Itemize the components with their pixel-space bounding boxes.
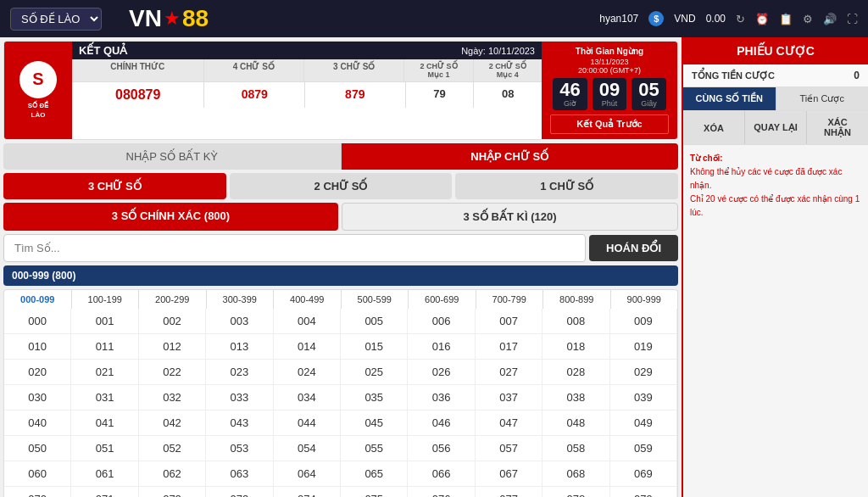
- number-cell[interactable]: 014: [274, 334, 341, 359]
- number-cell[interactable]: 076: [408, 487, 475, 497]
- quay-lai-button[interactable]: QUAY LẠI: [745, 111, 807, 144]
- number-cell[interactable]: 068: [542, 461, 609, 486]
- number-cell[interactable]: 060: [4, 461, 71, 486]
- number-cell[interactable]: 078: [542, 487, 609, 497]
- number-cell[interactable]: 026: [408, 360, 475, 384]
- search-input[interactable]: [3, 234, 586, 262]
- number-cell[interactable]: 056: [408, 436, 475, 461]
- number-cell[interactable]: 030: [4, 385, 71, 410]
- number-cell[interactable]: 035: [341, 385, 408, 410]
- sub-range-400[interactable]: 400-499: [274, 290, 342, 309]
- number-cell[interactable]: 025: [341, 360, 408, 384]
- number-cell[interactable]: 074: [274, 487, 341, 497]
- number-cell[interactable]: 020: [4, 360, 71, 384]
- number-cell[interactable]: 019: [610, 334, 677, 359]
- number-cell[interactable]: 071: [71, 487, 138, 497]
- number-cell[interactable]: 011: [71, 334, 138, 359]
- number-cell[interactable]: 001: [71, 309, 138, 333]
- number-cell[interactable]: 008: [542, 309, 609, 333]
- number-cell[interactable]: 044: [274, 410, 341, 435]
- number-cell[interactable]: 043: [206, 410, 273, 435]
- number-cell[interactable]: 005: [341, 309, 408, 333]
- fullscreen-icon[interactable]: ⛶: [847, 13, 858, 25]
- tab-3-chu-so[interactable]: 3 CHỮ SỐ: [3, 173, 226, 199]
- number-cell[interactable]: 067: [476, 461, 542, 486]
- number-cell[interactable]: 066: [408, 461, 475, 486]
- number-cell[interactable]: 079: [610, 487, 677, 497]
- number-cell[interactable]: 006: [408, 309, 475, 333]
- number-cell[interactable]: 075: [341, 487, 408, 497]
- number-cell[interactable]: 010: [4, 334, 71, 359]
- number-cell[interactable]: 023: [206, 360, 273, 384]
- number-cell[interactable]: 061: [71, 461, 138, 486]
- option-3-so-bat-ki[interactable]: 3 SỐ BẤT KÌ (120): [342, 203, 678, 231]
- game-select[interactable]: SỐ ĐỀ LÀO: [10, 8, 102, 31]
- number-cell[interactable]: 077: [476, 487, 542, 497]
- ket-qua-truoc-button[interactable]: Kết Quả Trước: [550, 114, 669, 134]
- number-cell[interactable]: 053: [206, 436, 273, 461]
- number-cell[interactable]: 051: [71, 436, 138, 461]
- hoan-doi-button[interactable]: HOÁN ĐỔI: [589, 235, 678, 261]
- reload-icon[interactable]: ↻: [736, 13, 745, 25]
- number-cell[interactable]: 039: [610, 385, 677, 410]
- number-cell[interactable]: 040: [4, 410, 71, 435]
- sub-range-900[interactable]: 900-999: [611, 290, 678, 309]
- number-cell[interactable]: 018: [542, 334, 609, 359]
- number-cell[interactable]: 072: [139, 487, 206, 497]
- number-cell[interactable]: 024: [274, 360, 341, 384]
- xac-nhan-button[interactable]: XÁC NHẬN: [807, 111, 868, 144]
- number-cell[interactable]: 012: [139, 334, 206, 359]
- sub-range-500[interactable]: 500-599: [342, 290, 409, 309]
- cung-so-tien-button[interactable]: CÙNG SỐ TIỀN: [683, 87, 776, 110]
- number-cell[interactable]: 033: [206, 385, 273, 410]
- number-cell[interactable]: 047: [476, 410, 542, 435]
- number-cell[interactable]: 016: [408, 334, 475, 359]
- number-cell[interactable]: 003: [206, 309, 273, 333]
- volume-icon[interactable]: 🔊: [823, 13, 837, 25]
- sub-range-000[interactable]: 000-099: [4, 290, 72, 309]
- sub-range-800[interactable]: 800-899: [543, 290, 611, 309]
- sub-range-300[interactable]: 300-399: [207, 290, 275, 309]
- number-cell[interactable]: 009: [610, 309, 677, 333]
- number-cell[interactable]: 054: [274, 436, 341, 461]
- number-cell[interactable]: 032: [139, 385, 206, 410]
- number-cell[interactable]: 038: [542, 385, 609, 410]
- tab-nhap-chu-so[interactable]: NHẬP CHỮ SỐ: [342, 143, 679, 170]
- number-cell[interactable]: 037: [476, 385, 542, 410]
- number-cell[interactable]: 055: [341, 436, 408, 461]
- number-cell[interactable]: 045: [341, 410, 408, 435]
- sub-range-700[interactable]: 700-799: [476, 290, 544, 309]
- number-cell[interactable]: 021: [71, 360, 138, 384]
- number-cell[interactable]: 036: [408, 385, 475, 410]
- number-cell[interactable]: 046: [408, 410, 475, 435]
- sub-range-600[interactable]: 600-699: [409, 290, 476, 309]
- number-cell[interactable]: 031: [71, 385, 138, 410]
- sub-range-200[interactable]: 200-299: [139, 290, 207, 309]
- number-cell[interactable]: 004: [274, 309, 341, 333]
- number-cell[interactable]: 029: [610, 360, 677, 384]
- tab-1-chu-so[interactable]: 1 CHỮ SỐ: [455, 173, 678, 199]
- number-cell[interactable]: 073: [206, 487, 273, 497]
- number-cell[interactable]: 052: [139, 436, 206, 461]
- tien-cuoc-button[interactable]: Tiền Cược: [776, 87, 869, 110]
- number-cell[interactable]: 015: [341, 334, 408, 359]
- tab-2-chu-so[interactable]: 2 CHỮ SỐ: [230, 173, 453, 199]
- number-cell[interactable]: 028: [542, 360, 609, 384]
- number-cell[interactable]: 022: [139, 360, 206, 384]
- number-cell[interactable]: 013: [206, 334, 273, 359]
- number-cell[interactable]: 048: [542, 410, 609, 435]
- number-cell[interactable]: 000: [4, 309, 71, 333]
- number-cell[interactable]: 049: [610, 410, 677, 435]
- number-cell[interactable]: 059: [610, 436, 677, 461]
- number-cell[interactable]: 057: [476, 436, 542, 461]
- number-cell[interactable]: 027: [476, 360, 542, 384]
- sub-range-100[interactable]: 100-199: [72, 290, 140, 309]
- number-cell[interactable]: 069: [610, 461, 677, 486]
- tab-nhap-so-bat-ky[interactable]: NHẬP SỐ BẤT KỲ: [3, 143, 342, 170]
- number-cell[interactable]: 034: [274, 385, 341, 410]
- number-cell[interactable]: 017: [476, 334, 542, 359]
- number-cell[interactable]: 070: [4, 487, 71, 497]
- settings-icon[interactable]: ⚙: [803, 13, 813, 25]
- xoa-button[interactable]: XÓA: [683, 111, 745, 144]
- number-cell[interactable]: 041: [71, 410, 138, 435]
